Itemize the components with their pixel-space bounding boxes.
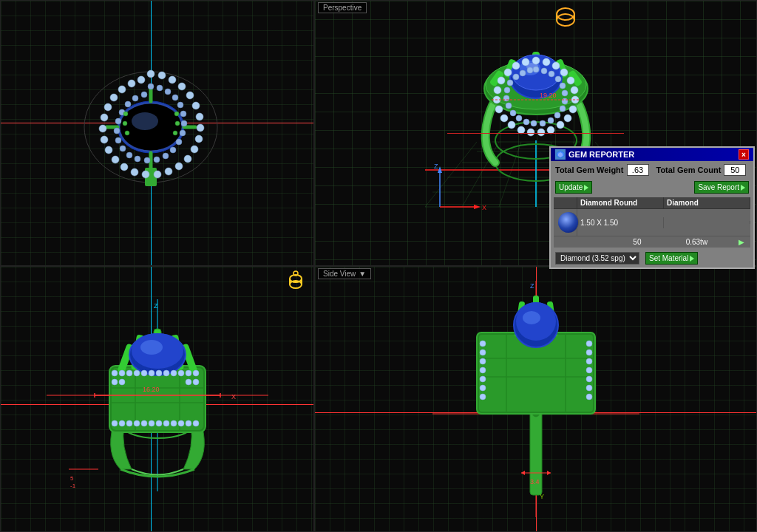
svg-point-136	[503, 95, 509, 101]
svg-point-31	[104, 103, 112, 111]
svg-point-51	[120, 146, 126, 151]
svg-point-45	[170, 147, 176, 153]
svg-point-187	[193, 379, 199, 385]
svg-point-62	[123, 112, 128, 116]
svg-point-190	[126, 420, 132, 426]
svg-point-111	[508, 121, 515, 129]
svg-marker-148	[474, 205, 481, 209]
svg-point-9	[147, 70, 155, 78]
svg-point-140	[520, 70, 526, 76]
svg-point-184	[112, 379, 118, 385]
gem-reporter-panel: GEM REPORTER × Total Gem Weight .63 Tota…	[549, 146, 755, 269]
svg-point-63	[123, 121, 127, 126]
ring-top-view	[69, 53, 232, 201]
svg-point-186	[186, 379, 191, 385]
svg-point-98	[543, 58, 550, 66]
svg-point-106	[557, 121, 564, 129]
svg-line-75	[425, 142, 477, 207]
update-button[interactable]: Update	[555, 181, 592, 194]
svg-point-137	[504, 87, 510, 93]
svg-text:-1: -1	[70, 482, 76, 489]
svg-point-128	[554, 112, 560, 118]
svg-point-105	[564, 115, 571, 122]
svg-point-134	[510, 110, 516, 116]
svg-point-40	[177, 102, 183, 108]
svg-point-15	[196, 113, 203, 120]
svg-point-180	[171, 370, 177, 376]
svg-text:X: X	[482, 204, 486, 211]
svg-point-225	[480, 341, 486, 347]
svg-point-46	[163, 153, 169, 159]
svg-point-232	[586, 341, 592, 347]
svg-point-35	[138, 76, 145, 83]
svg-point-120	[533, 66, 539, 72]
svg-point-47	[154, 157, 160, 163]
svg-point-227	[480, 358, 486, 364]
count-value: 50	[724, 164, 746, 176]
svg-point-196	[171, 420, 177, 426]
svg-point-127	[560, 106, 566, 112]
svg-point-116	[498, 77, 505, 84]
svg-point-101	[567, 77, 574, 84]
svg-text:Z: Z	[434, 163, 438, 170]
svg-point-171	[140, 340, 163, 355]
svg-point-19	[184, 155, 191, 163]
gem-reporter-title: GEM REPORTER	[568, 150, 634, 159]
svg-point-118	[512, 62, 520, 69]
svg-point-229	[480, 376, 486, 382]
svg-point-25	[120, 163, 128, 171]
svg-point-228	[480, 367, 486, 373]
svg-point-224	[523, 311, 540, 324]
svg-point-27	[105, 146, 112, 154]
svg-point-59	[174, 112, 179, 116]
material-dropdown[interactable]: Diamond (3.52 spg)	[555, 252, 639, 265]
svg-point-236	[586, 376, 592, 382]
svg-point-108	[537, 129, 545, 136]
svg-point-138	[507, 80, 513, 86]
svg-marker-241	[547, 471, 551, 475]
svg-point-29	[99, 125, 106, 132]
svg-point-177	[149, 370, 155, 376]
gem-expand-icon[interactable]: ▶	[736, 236, 750, 248]
svg-point-130	[540, 120, 546, 126]
svg-point-195	[163, 420, 169, 426]
svg-point-178	[156, 370, 162, 376]
count-label: Total Gem Count	[656, 166, 722, 174]
svg-point-132	[523, 119, 529, 125]
gem-table-row-1: 1.50 X 1.50	[554, 209, 750, 236]
svg-point-44	[176, 139, 182, 145]
svg-point-30	[101, 114, 108, 121]
svg-point-18	[191, 146, 198, 153]
svg-point-28	[101, 136, 108, 143]
close-button[interactable]: ×	[739, 149, 749, 160]
svg-point-22	[154, 171, 161, 178]
svg-point-109	[527, 129, 534, 136]
svg-point-61	[173, 131, 177, 135]
svg-marker-240	[521, 471, 525, 475]
svg-point-197	[178, 420, 184, 426]
viewport-top-left[interactable]	[0, 0, 314, 266]
svg-point-237	[586, 385, 592, 391]
set-material-button[interactable]: Set Material	[645, 252, 698, 265]
svg-point-16	[197, 124, 204, 132]
gem-size: 1.50 X 1.50	[577, 217, 664, 228]
svg-point-231	[480, 394, 486, 400]
svg-point-48	[144, 157, 150, 163]
svg-text:3.4: 3.4	[530, 478, 540, 485]
viewport-side[interactable]: Side View ▼	[314, 266, 757, 532]
svg-point-50	[126, 152, 132, 158]
svg-text:Z: Z	[530, 282, 534, 290]
svg-point-182	[186, 370, 191, 376]
viewport-front[interactable]: 16.20 5 -1 X Z	[0, 266, 314, 532]
svg-point-21	[165, 168, 172, 175]
gem-thumbnail	[554, 209, 577, 236]
gem-count-cell	[664, 221, 750, 224]
svg-point-104	[569, 106, 577, 113]
svg-point-141	[527, 67, 533, 73]
svg-point-192	[141, 420, 147, 426]
gem-actions-row: Update Save Report	[551, 179, 753, 196]
svg-point-12	[178, 83, 186, 90]
svg-point-172	[112, 370, 118, 376]
svg-point-175	[134, 370, 140, 376]
save-report-button[interactable]: Save Report	[694, 181, 749, 194]
